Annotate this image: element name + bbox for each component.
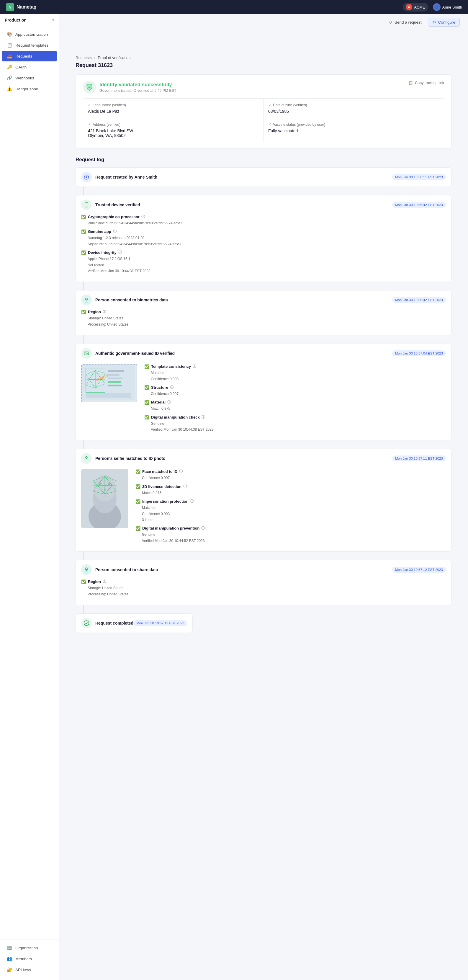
svg-point-45 — [86, 570, 87, 571]
environment-selector[interactable]: Production ▾ — [0, 14, 59, 26]
verification-title-section: Identity validated successfully Governme… — [83, 81, 176, 94]
check-icon: ✅ — [135, 499, 140, 504]
sidebar-item-danger-zone[interactable]: ⚠️ Danger zone — [2, 84, 57, 94]
user-avatar: 👤 — [433, 3, 441, 11]
check-icon: ✅ — [144, 385, 149, 390]
check-genuine-app: ✅ Genuine app ⓘ Nametag 1.2.3 released 2… — [81, 229, 446, 247]
sidebar-item-requests[interactable]: 📥 Requests — [2, 51, 57, 61]
log-entry-left-share-consent: Person consented to share data — [81, 565, 158, 575]
id-card-image: SAMPLE — [81, 364, 137, 402]
sidebar-item-oauth[interactable]: 🔑 OAuth — [2, 62, 57, 72]
selfie-checks: ✅ Face matched to ID ⓘ Confidence 0.997 … — [135, 469, 446, 547]
dob-field: ✓ Date of birth (verified) 03/03/1985 — [263, 99, 444, 118]
check-crypto: ✅ Cryptographic co-processor ⓘ Public ke… — [81, 214, 446, 226]
sidebar-label-organization: Organization — [15, 946, 38, 950]
check-icon: ✅ — [144, 400, 149, 405]
send-request-label: Send a request — [395, 20, 422, 24]
info-icon[interactable]: ⓘ — [193, 364, 196, 369]
info-icon[interactable]: ⓘ — [201, 415, 205, 420]
requests-icon: 📥 — [6, 53, 13, 59]
info-icon[interactable]: ⓘ — [201, 526, 205, 531]
log-title-selfie: Person's selfie matched to ID photo — [95, 456, 165, 461]
legal-name-value: Alexis De La Paz — [88, 109, 259, 114]
top-navigation: N Nametag A ACME 👤 Anne Smith — [0, 0, 468, 14]
check-icon: ✓ — [88, 122, 91, 127]
id-card-checks: ✅ Template consistency ⓘ MatchedConfiden… — [144, 364, 446, 435]
check-face-matched-detail: Confidence 0.997 — [135, 475, 446, 481]
info-icon[interactable]: ⓘ — [113, 229, 117, 234]
check-icon: ✅ — [81, 215, 86, 219]
info-icon[interactable]: ⓘ — [183, 484, 187, 489]
send-icon: ✈ — [389, 20, 393, 24]
info-icon[interactable]: ⓘ — [170, 385, 173, 390]
check-device-integrity: ✅ Device integrity ⓘ Apple iPhone 17 / i… — [81, 250, 446, 274]
verification-titles: Identity validated successfully Governme… — [100, 82, 176, 93]
check-material-detail: Match 0.875 — [144, 406, 446, 412]
sidebar-item-app-customization[interactable]: 🎨 App customization — [2, 29, 57, 40]
info-icon[interactable]: ⓘ — [179, 469, 182, 474]
check-icon: ✅ — [135, 484, 140, 489]
lock-icon — [81, 565, 92, 575]
check-digital-prevention: ✅ Digital manipulation prevention ⓘ Genu… — [135, 526, 446, 544]
templates-icon: 📋 — [6, 43, 13, 48]
log-entry-left-trusted-device: Trusted device verified — [81, 200, 140, 210]
selfie-container: ✅ Face matched to ID ⓘ Confidence 0.997 … — [81, 469, 446, 547]
sidebar-item-request-templates[interactable]: 📋 Request templates — [2, 40, 57, 51]
sidebar-label-webhooks: Webhooks — [15, 76, 34, 80]
check-region-share: ✅ Region ⓘ Storage: United States Proces… — [81, 579, 446, 597]
svg-point-42 — [108, 483, 110, 485]
layout: Production ▾ 🎨 App customization 📋 Reque… — [0, 14, 468, 980]
legal-name-field: ✓ Legal name (verified) Alexis De La Paz — [83, 99, 263, 118]
info-icon[interactable]: ⓘ — [118, 250, 122, 255]
address-field: ✓ Address (verified) 421 Black Lake Blvd… — [83, 118, 263, 142]
log-timestamp-trusted-device: Mon Jan 30 10:56:42 EST 2023 — [392, 202, 446, 208]
info-icon[interactable]: ⓘ — [167, 400, 171, 405]
breadcrumb-separator: › — [94, 56, 95, 60]
log-timestamp-selfie: Mon Jan 30 10:57:11 EST 2023 — [392, 455, 446, 461]
sidebar-item-webhooks[interactable]: 🔗 Webhooks — [2, 73, 57, 83]
svg-point-29 — [86, 457, 87, 458]
log-entry-selfie: Person's selfie matched to ID photo Mon … — [76, 449, 452, 552]
sidebar-item-api-keys[interactable]: 🔐 API keys — [2, 964, 57, 975]
svg-point-43 — [104, 489, 106, 491]
breadcrumb: Requests › Proof of verification — [76, 56, 452, 60]
user-badge[interactable]: 👤 Anne Smith — [433, 3, 462, 11]
log-entry-body-gov-id: SAMPLE ✅ Template consistency ⓘ — [76, 364, 451, 440]
topbar-right: ✈ Send a request ⚙ Configure — [386, 18, 460, 27]
log-title-completed: Request completed — [95, 621, 133, 625]
check-icon: ✅ — [135, 526, 140, 531]
check-digital-manipulation-detail: GenuineVerified Mon Jan 30 10:44:38 EST … — [144, 421, 446, 433]
configure-button[interactable]: ⚙ Configure — [428, 18, 460, 27]
sidebar-item-members[interactable]: 👥 Members — [2, 953, 57, 964]
page-title: Request 31623 — [76, 62, 452, 68]
main-content: ✈ Send a request ⚙ Configure Requests › … — [59, 14, 468, 980]
send-request-button[interactable]: ✈ Send a request — [386, 18, 425, 26]
log-entry-gov-id: Authentic government-issued ID verified … — [76, 344, 452, 441]
check-icon: ✅ — [81, 250, 86, 255]
check-digital-prevention-label: ✅ Digital manipulation prevention ⓘ — [135, 526, 446, 531]
logo[interactable]: N Nametag — [6, 3, 36, 11]
breadcrumb-parent-link[interactable]: Requests — [76, 56, 92, 60]
svg-rect-26 — [108, 385, 122, 387]
id-card-inner: SAMPLE — [82, 364, 136, 402]
log-connector — [83, 187, 84, 195]
check-digital-prevention-detail: GenuineVerified Mon Jan 30 10:44:52 EST … — [135, 531, 446, 544]
id-card-container: SAMPLE ✅ Template consistency ⓘ — [81, 364, 446, 435]
sidebar-item-organization[interactable]: 🏢 Organization — [2, 942, 57, 953]
logo-text: Nametag — [16, 5, 36, 10]
vaccine-field: ✓ Vaccine status (provided by user) Full… — [263, 118, 444, 142]
verification-fields: ✓ Legal name (verified) Alexis De La Paz… — [83, 98, 444, 142]
topbar: ✈ Send a request ⚙ Configure — [59, 14, 468, 30]
svg-point-7 — [86, 301, 87, 301]
log-entry-left-selfie: Person's selfie matched to ID photo — [81, 453, 165, 464]
info-icon[interactable]: ⓘ — [190, 499, 194, 504]
info-icon[interactable]: ⓘ — [103, 309, 106, 314]
info-icon[interactable]: ⓘ — [141, 214, 145, 219]
vaccine-label: ✓ Vaccine status (provided by user) — [268, 122, 439, 127]
svg-point-5 — [86, 206, 87, 207]
org-badge[interactable]: A ACME — [403, 3, 428, 11]
info-icon[interactable]: ⓘ — [103, 579, 106, 584]
log-title-trusted-device: Trusted device verified — [95, 202, 140, 207]
copy-tracking-button[interactable]: 📋 Copy tracking link — [408, 81, 444, 85]
key-icon: 🔑 — [6, 64, 13, 70]
